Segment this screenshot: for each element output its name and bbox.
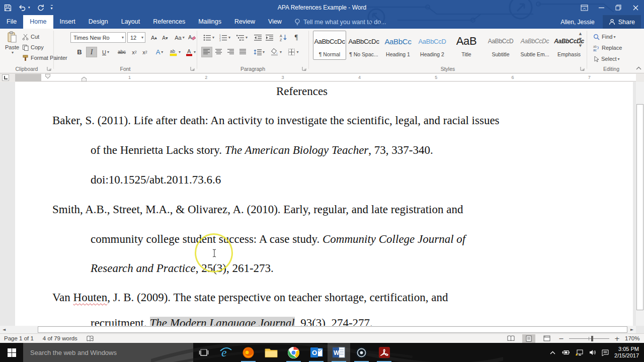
underline-button[interactable]: U▾ xyxy=(98,47,113,57)
signed-in-user[interactable]: Allen, Jessie xyxy=(560,19,594,26)
reference-line[interactable]: recruitment. The Modern Language Journal… xyxy=(91,316,373,326)
horizontal-scrollbar[interactable]: ◄ ► xyxy=(0,326,636,333)
outlook-icon[interactable]: O xyxy=(305,343,328,362)
page-indicator[interactable]: Page 1 of 1 xyxy=(4,335,34,341)
borders-button[interactable]: ▾ xyxy=(286,47,301,57)
taskbar-search-input[interactable] xyxy=(23,343,193,362)
restore-button[interactable] xyxy=(610,0,627,15)
font-size-combo[interactable]: 12 ▾ xyxy=(127,32,145,43)
show-formatting-marks-button[interactable]: ¶ xyxy=(291,32,302,43)
chrome-icon[interactable] xyxy=(282,343,305,362)
paragraph-dialog-launcher[interactable] xyxy=(301,66,307,71)
word-icon[interactable]: W xyxy=(328,343,350,362)
increase-indent-button[interactable] xyxy=(264,32,275,43)
zoom-in-button[interactable]: + xyxy=(614,335,620,342)
share-button[interactable]: Share xyxy=(603,15,641,29)
hanging-indent-marker[interactable] xyxy=(82,77,87,81)
scroll-right-arrow-icon[interactable]: ► xyxy=(628,326,636,333)
style-heading-1[interactable]: AaBbCcHeading 1 xyxy=(381,31,415,60)
multilevel-list-button[interactable]: ▾ xyxy=(234,32,250,43)
tab-mailings[interactable]: Mailings xyxy=(192,15,228,29)
file-explorer-icon[interactable] xyxy=(260,343,282,362)
recorder-icon[interactable] xyxy=(350,343,373,362)
line-spacing-button[interactable]: ▾ xyxy=(252,47,267,57)
taskbar-clock[interactable]: 3:05 PM 2/15/2017 xyxy=(614,346,639,359)
align-right-button[interactable] xyxy=(225,47,236,57)
strikethrough-button[interactable]: abc xyxy=(115,47,128,57)
reference-line[interactable]: Research and Practice, 25(3), 261-273. xyxy=(91,261,274,276)
text-effects-button[interactable]: A▾ xyxy=(152,47,167,57)
change-case-button[interactable]: Aa▾ xyxy=(173,32,187,43)
align-center-button[interactable] xyxy=(213,47,224,57)
action-center-icon[interactable] xyxy=(602,349,609,356)
tab-layout[interactable]: Layout xyxy=(115,15,147,29)
font-color-button[interactable]: A ▾ xyxy=(184,47,198,57)
tab-review[interactable]: Review xyxy=(228,15,262,29)
zoom-slider-handle[interactable] xyxy=(591,336,593,341)
sort-button[interactable]: AZ xyxy=(278,32,289,43)
horizontal-scrollbar-thumb[interactable] xyxy=(38,326,627,333)
style-title[interactable]: AaBTitle xyxy=(450,31,483,60)
reference-line[interactable]: Baker, S. (2011). Life after death: An a… xyxy=(52,114,500,128)
reference-line[interactable]: Van Houten, J. B. (2009). The state pers… xyxy=(52,291,448,305)
paste-button[interactable]: Paste ▾ xyxy=(3,31,21,63)
tab-insert[interactable]: Insert xyxy=(53,15,82,29)
collapse-ribbon-button[interactable] xyxy=(636,66,641,70)
tray-chevron-icon[interactable] xyxy=(550,351,555,354)
reference-line[interactable]: Smith, A.B., Street, M.A., & Olivarez, A… xyxy=(52,203,463,217)
grow-font-button[interactable]: A▲ xyxy=(148,32,159,43)
tab-stop-selector[interactable] xyxy=(2,74,9,81)
font-family-combo[interactable]: Times New Ro ▾ xyxy=(70,32,126,43)
zoom-out-button[interactable]: − xyxy=(558,335,564,342)
customize-quick-access-icon[interactable]: ▾ xyxy=(51,5,53,11)
superscript-button[interactable]: x2 xyxy=(140,47,150,57)
task-view-button[interactable] xyxy=(193,343,214,362)
reference-line[interactable]: of the Henrietta Lacks story. The Americ… xyxy=(91,143,433,157)
copy-button[interactable]: Copy xyxy=(22,43,44,52)
bold-button[interactable]: B xyxy=(74,47,85,57)
replace-button[interactable]: abac Replace xyxy=(593,43,622,52)
clear-formatting-button[interactable]: A xyxy=(188,32,196,43)
read-mode-button[interactable] xyxy=(504,334,517,343)
styles-scroll-up-icon[interactable]: ▲ xyxy=(579,32,582,36)
numbering-button[interactable]: 123 ▾ xyxy=(217,32,232,43)
styles-gallery-more-icon[interactable]: ▼ xyxy=(579,43,582,48)
acrobat-icon[interactable] xyxy=(373,343,395,362)
style-subtitle[interactable]: AaBbCcDSubtitle xyxy=(484,31,517,60)
tab-home[interactable]: Home xyxy=(23,15,53,29)
close-button[interactable] xyxy=(627,0,644,15)
network-warning-icon[interactable] xyxy=(576,349,584,356)
reference-line[interactable]: community college student success: A cas… xyxy=(91,232,465,246)
italic-button[interactable]: I xyxy=(86,47,97,57)
document-page[interactable]: References Baker, S. (2011). Life after … xyxy=(15,82,633,326)
decrease-indent-button[interactable] xyxy=(253,32,264,43)
style-no-spac[interactable]: AaBbCcDc¶ No Spac... xyxy=(347,31,380,60)
minimize-button[interactable] xyxy=(593,0,610,15)
style-subtle-em[interactable]: AaBbCcDcSubtle Em... xyxy=(518,31,551,60)
firefox-icon[interactable] xyxy=(237,343,260,362)
proofing-status-icon[interactable] xyxy=(87,335,95,342)
tab-references[interactable]: References xyxy=(146,15,192,29)
justify-button[interactable] xyxy=(237,47,249,57)
internet-explorer-icon[interactable]: e xyxy=(214,343,237,362)
web-layout-button[interactable] xyxy=(540,334,553,343)
ribbon-display-options-icon[interactable] xyxy=(576,0,593,15)
tab-design[interactable]: Design xyxy=(82,15,115,29)
first-line-indent-marker[interactable] xyxy=(45,74,50,78)
bullets-button[interactable]: ▾ xyxy=(201,32,216,43)
speaker-icon[interactable] xyxy=(589,349,596,355)
tab-view[interactable]: View xyxy=(262,15,288,29)
start-button[interactable] xyxy=(0,343,23,362)
tab-file[interactable]: File xyxy=(0,15,23,29)
styles-scroll-down-icon[interactable]: ▼ xyxy=(579,37,582,41)
find-button[interactable]: Find ▾ xyxy=(593,32,615,41)
document-heading[interactable]: References xyxy=(52,85,551,98)
power-status-icon[interactable] xyxy=(561,349,570,355)
subscript-button[interactable]: x2 xyxy=(129,47,139,57)
align-left-button[interactable] xyxy=(201,47,212,57)
reference-line[interactable]: doi:10.1525/abt.2011.73.6.6 xyxy=(91,173,221,187)
save-icon[interactable] xyxy=(4,4,12,12)
print-layout-button[interactable] xyxy=(522,334,535,343)
undo-icon[interactable]: ▾ xyxy=(18,4,30,11)
zoom-level[interactable]: 170% xyxy=(625,335,640,341)
